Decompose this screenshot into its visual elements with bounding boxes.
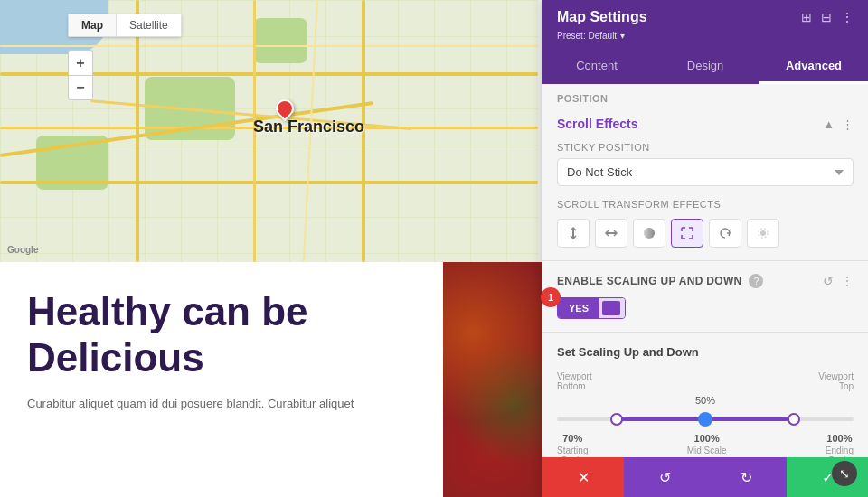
- ending-scale-pct: 100%: [826, 433, 852, 444]
- panel-preset-text: Preset: Default: [557, 31, 617, 41]
- slider-container: [557, 411, 854, 427]
- enable-scaling-row: Enable Scaling Up and Down ? ↺ ⋮: [557, 274, 854, 288]
- map-road-7: [0, 45, 538, 47]
- tab-design[interactable]: Design: [651, 50, 760, 84]
- sticky-position-select[interactable]: Do Not Stick Stick to Top Stick to Botto…: [557, 158, 854, 186]
- enable-reset-icon[interactable]: ↺: [823, 274, 834, 288]
- position-section-label: POSITION: [542, 84, 868, 104]
- sticky-position-label: Sticky Position: [557, 142, 854, 153]
- panel-header-top: Map Settings ⊞ ⊟ ⋮: [557, 9, 854, 25]
- undo-icon: ↺: [659, 469, 671, 486]
- map-type-bar: Map Satellite: [68, 14, 182, 37]
- map-road-4: [136, 0, 139, 262]
- food-overlay: [443, 262, 542, 497]
- transform-horizontal[interactable]: [595, 219, 627, 248]
- help-icon[interactable]: ?: [749, 274, 763, 288]
- slider-pct-label: 50%: [557, 395, 854, 406]
- set-scaling-title: Set Scaling Up and Down: [557, 345, 854, 359]
- panel-title: Map Settings: [557, 9, 647, 25]
- panel-header: Map Settings ⊞ ⊟ ⋮ Preset: Default ▾: [542, 0, 868, 50]
- scroll-effects-collapse[interactable]: ▲: [823, 117, 835, 131]
- map-type-satellite[interactable]: Satellite: [116, 14, 182, 37]
- viewport-top-label: ViewportTop: [818, 371, 854, 391]
- slider-track-area: [557, 411, 854, 427]
- corner-drag-handle[interactable]: ⤡: [832, 461, 857, 486]
- content-body: Curabitur aliquet quam id dui posuere bl…: [27, 395, 416, 414]
- ending-scale-item: 100% EndingScale: [826, 433, 854, 457]
- tab-advanced[interactable]: Advanced: [760, 50, 868, 84]
- enable-more-icon[interactable]: ⋮: [841, 274, 854, 288]
- google-logo: Google: [7, 245, 38, 255]
- enable-label-group: Enable Scaling Up and Down ?: [557, 274, 763, 288]
- content-area: Healthy can be Delicious Curabitur aliqu…: [0, 262, 443, 497]
- starting-scale-item: 70% StartingScale: [557, 433, 588, 457]
- map-pin: [276, 99, 294, 123]
- mid-scale-item: 100% Mid Scale: [687, 433, 727, 457]
- starting-scale-label: StartingScale: [557, 445, 588, 457]
- enable-scaling-toggle[interactable]: YES: [557, 297, 626, 319]
- redo-button[interactable]: ↻: [705, 457, 787, 497]
- ending-scale-label: EndingScale: [826, 445, 854, 457]
- enable-scaling-icons: ↺ ⋮: [823, 274, 854, 288]
- toggle-yes-label[interactable]: YES: [558, 298, 599, 318]
- settings-panel: Map Settings ⊞ ⊟ ⋮ Preset: Default ▾ Con…: [542, 0, 868, 497]
- starting-scale-pct: 70%: [562, 433, 582, 444]
- mid-scale-pct: 100%: [694, 433, 720, 444]
- svg-point-2: [644, 228, 655, 239]
- scroll-effects-section: Scroll Effects ▲ ⋮ Sticky Position Do No…: [542, 104, 868, 261]
- transform-icons-row: [557, 219, 854, 248]
- redo-icon: ↻: [741, 469, 752, 486]
- slider-thumb-right[interactable]: [788, 413, 800, 426]
- cancel-icon: ✕: [578, 469, 590, 486]
- mid-scale-label: Mid Scale: [687, 445, 727, 455]
- city-label: San Francisco: [253, 117, 364, 136]
- tab-content[interactable]: Content: [542, 50, 651, 84]
- transform-fade[interactable]: [633, 219, 665, 248]
- scale-labels: 70% StartingScale 100% Mid Scale 100% En…: [557, 433, 854, 457]
- map-zoom-in[interactable]: +: [68, 50, 93, 75]
- badge-number: 1: [541, 287, 561, 307]
- toggle-slider[interactable]: [599, 298, 625, 318]
- slider-thumb-mid[interactable]: [698, 412, 712, 427]
- map-park-2: [253, 18, 307, 63]
- scroll-effects-title: Scroll Effects: [557, 117, 637, 131]
- slider-track: [557, 417, 854, 421]
- transform-vertical[interactable]: [557, 219, 590, 248]
- panel-preset[interactable]: Preset: Default ▾: [557, 31, 854, 41]
- cancel-button[interactable]: ✕: [542, 457, 624, 497]
- scroll-effects-header: Scroll Effects ▲ ⋮: [557, 117, 854, 131]
- enable-scaling-text: Enable Scaling Up and Down: [557, 275, 741, 287]
- map-zoom-out[interactable]: −: [68, 75, 93, 100]
- map-container: San Francisco Google Map Satellite + −: [0, 0, 538, 262]
- map-pin-body: [272, 96, 297, 121]
- food-image: [443, 262, 542, 497]
- scroll-effects-more[interactable]: ⋮: [842, 117, 854, 131]
- undo-button[interactable]: ↺: [624, 457, 705, 497]
- viewport-bottom-label: ViewportBottom: [557, 371, 592, 391]
- svg-point-3: [760, 230, 766, 236]
- panel-body: POSITION Scroll Effects ▲ ⋮ Sticky Posit…: [542, 84, 868, 457]
- transform-rotate[interactable]: [709, 219, 741, 248]
- panel-icon-more[interactable]: ⋮: [841, 10, 854, 24]
- panel-header-icons: ⊞ ⊟ ⋮: [801, 10, 854, 24]
- map-road-3: [0, 181, 538, 184]
- map-type-map[interactable]: Map: [68, 14, 116, 37]
- map-background: San Francisco Google: [0, 0, 538, 262]
- slider-thumb-left[interactable]: [610, 413, 623, 426]
- map-zoom-controls: + −: [68, 50, 93, 100]
- scroll-transform-label: Scroll Transform Effects: [557, 199, 854, 210]
- panel-icon-layout[interactable]: ⊟: [821, 10, 832, 24]
- set-scaling-section: Set Scaling Up and Down ViewportBottom V…: [542, 333, 868, 457]
- panel-icon-grid[interactable]: ⊞: [801, 10, 812, 24]
- scroll-effects-controls: ▲ ⋮: [823, 117, 854, 131]
- enable-scaling-section: Enable Scaling Up and Down ? ↺ ⋮ YES: [542, 261, 868, 333]
- panel-tabs: Content Design Advanced: [542, 50, 868, 84]
- panel-preset-arrow: ▾: [620, 31, 625, 41]
- transform-scale[interactable]: [671, 219, 703, 248]
- mid-pct-value: 50%: [695, 395, 715, 406]
- panel-footer: ✕ ↺ ↻ ✓: [542, 457, 868, 497]
- transform-blur[interactable]: [747, 219, 779, 248]
- toggle-knob: [602, 301, 620, 315]
- content-heading: Healthy can be Delicious: [27, 289, 416, 380]
